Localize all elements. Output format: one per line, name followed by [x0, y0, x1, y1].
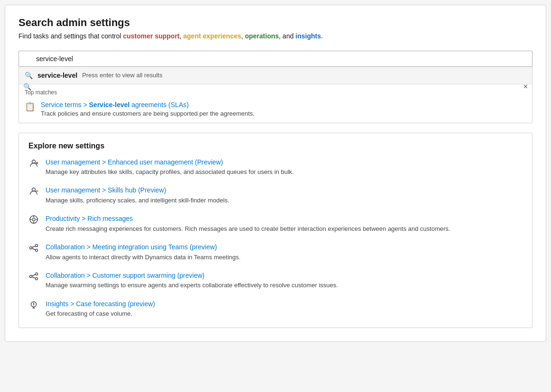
subtitle-insights: insights [296, 32, 321, 40]
search-input[interactable] [19, 51, 532, 67]
svg-line-20 [32, 277, 36, 278]
top-matches-label: Top matches [25, 89, 526, 96]
explore-link-0[interactable]: User management > Enhanced user manageme… [46, 158, 223, 166]
svg-point-11 [30, 246, 32, 249]
explore-desc-0: Manage key attributes like skills, capac… [46, 168, 294, 176]
explore-item-0[interactable]: User management > Enhanced user manageme… [28, 158, 523, 177]
search-icon: 🔍 [23, 83, 31, 91]
subtitle-period: . [321, 32, 323, 40]
match-breadcrumb: Service terms > [41, 101, 89, 109]
subtitle-prefix: Find tasks and settings that control [19, 32, 123, 40]
explore-desc-5: Get forecasting of case volume. [46, 310, 155, 318]
explore-icon-user-0 [28, 158, 39, 170]
subtitle-agent-experiences: agent experiences [183, 32, 241, 40]
explore-desc-2: Create rich messaging experiences for cu… [46, 225, 450, 233]
explore-icon-productivity [28, 215, 39, 227]
search-dropdown: 🔍 service-level Press enter to view all … [19, 67, 532, 123]
suggestion-text: service-level [37, 72, 77, 79]
search-wrapper: 🔍 × 🔍 service-level Press enter to view … [19, 51, 532, 123]
explore-desc-4: Manage swarming settings to ensure agent… [46, 281, 338, 290]
svg-point-17 [36, 273, 38, 275]
explore-item-2[interactable]: Productivity > Rich messages Create rich… [28, 214, 523, 233]
svg-point-13 [36, 249, 38, 251]
search-suggestion-item[interactable]: 🔍 service-level Press enter to view all … [19, 67, 532, 84]
explore-icon-insights [28, 300, 39, 312]
explore-desc-1: Manage skills, proficiency scales, and i… [46, 196, 229, 205]
page-title: Search admin settings [19, 17, 532, 29]
explore-item-4[interactable]: Collaboration > Customer support swarmin… [28, 271, 523, 290]
page-subtitle: Find tasks and settings that control cus… [19, 32, 532, 41]
explore-content-2: Productivity > Rich messages Create rich… [46, 214, 450, 233]
match-desc-0: Track policies and ensure customers are … [41, 110, 254, 117]
explore-icon-collab-1 [28, 272, 39, 283]
explore-title: Explore new settings [28, 142, 523, 150]
svg-point-25 [33, 305, 34, 305]
explore-content-0: User management > Enhanced user manageme… [46, 158, 294, 177]
explore-link-2[interactable]: Productivity > Rich messages [46, 215, 133, 222]
explore-icon-user-1 [28, 186, 39, 198]
explore-content-3: Collaboration > Meeting integration usin… [46, 243, 241, 262]
suggestion-bold-text: service-level [37, 72, 77, 79]
explore-icon-collab-0 [28, 243, 39, 255]
subtitle-operations: operations [245, 32, 279, 40]
suggestion-search-icon: 🔍 [25, 72, 33, 79]
svg-point-6 [32, 218, 35, 221]
explore-link-5[interactable]: Insights > Case forecasting (preview) [46, 300, 155, 308]
explore-link-3[interactable]: Collaboration > Meeting integration usin… [46, 243, 217, 251]
match-link-0: Service terms > Service-level agreements… [41, 101, 189, 109]
explore-item-5[interactable]: Insights > Case forecasting (preview) Ge… [28, 300, 523, 319]
subtitle-customer-support: customer support [123, 32, 179, 40]
explore-section: Explore new settings User management > E… [19, 133, 532, 328]
suggestion-hint: Press enter to view all results [82, 72, 162, 79]
explore-link-4[interactable]: Collaboration > Customer support swarmin… [46, 272, 205, 279]
match-link-bold: Service-level [89, 101, 130, 109]
match-content-0: Service terms > Service-level agreements… [41, 100, 254, 117]
search-clear-button[interactable]: × [523, 83, 528, 91]
explore-link-1[interactable]: User management > Skills hub (Preview) [46, 186, 166, 194]
svg-line-15 [32, 248, 36, 250]
explore-content-1: User management > Skills hub (Preview) M… [46, 186, 229, 205]
match-link-rest: agreements (SLAs) [130, 101, 189, 109]
explore-content-5: Insights > Case forecasting (preview) Ge… [46, 300, 155, 319]
explore-content-4: Collaboration > Customer support swarmin… [46, 271, 338, 290]
main-container: Search admin settings Find tasks and set… [5, 5, 546, 342]
svg-point-12 [36, 244, 38, 246]
top-matches-section: Top matches 📋 Service terms > Service-le… [19, 84, 532, 123]
match-item-0[interactable]: 📋 Service terms > Service-level agreemen… [25, 100, 526, 117]
explore-desc-3: Allow agents to interact directly with D… [46, 253, 241, 262]
svg-line-14 [32, 246, 36, 247]
subtitle-comma3: , and [279, 32, 296, 40]
svg-point-18 [36, 277, 38, 280]
subtitle-comma1: , [179, 32, 183, 40]
match-icon-0: 📋 [25, 101, 35, 112]
svg-point-16 [30, 275, 32, 277]
subtitle-comma2: , [241, 32, 245, 40]
explore-item-1[interactable]: User management > Skills hub (Preview) M… [28, 186, 523, 205]
svg-line-19 [32, 274, 36, 276]
explore-item-3[interactable]: Collaboration > Meeting integration usin… [28, 243, 523, 262]
